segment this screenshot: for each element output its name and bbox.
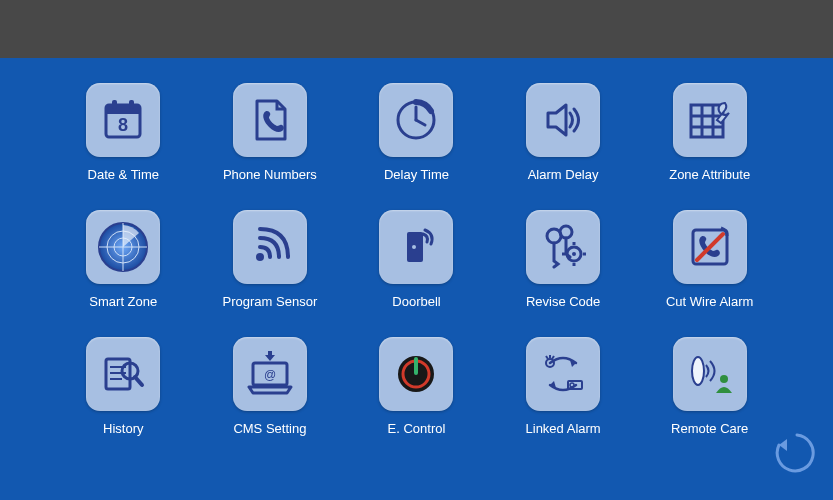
svg-marker-50	[779, 439, 787, 451]
svg-rect-1	[106, 105, 140, 114]
svg-text:@: @	[264, 368, 276, 382]
tile-label: E. Control	[388, 421, 446, 436]
menu-grid: 8 Date & Time Phone Numbers Delay Time	[0, 58, 833, 436]
svg-point-47	[570, 383, 574, 387]
svg-point-22	[572, 252, 576, 256]
tile-label: Smart Zone	[89, 294, 157, 309]
clock-icon	[379, 83, 453, 157]
tile-label: History	[103, 421, 143, 436]
power-icon	[379, 337, 453, 411]
tile-cms-setting[interactable]: @ CMS Setting	[217, 337, 324, 436]
tile-revise-code[interactable]: Revise Code	[510, 210, 617, 309]
tile-label: Date & Time	[88, 167, 160, 182]
svg-point-18	[412, 245, 416, 249]
svg-point-48	[692, 357, 704, 385]
tile-label: Zone Attribute	[669, 167, 750, 182]
tile-label: CMS Setting	[233, 421, 306, 436]
tile-date-time[interactable]: 8 Date & Time	[70, 83, 177, 182]
tile-label: Revise Code	[526, 294, 600, 309]
tile-smart-zone[interactable]: Smart Zone	[70, 210, 177, 309]
tile-label: Delay Time	[384, 167, 449, 182]
svg-line-34	[135, 377, 142, 385]
tile-e-control[interactable]: E. Control	[363, 337, 470, 436]
tile-label: Alarm Delay	[528, 167, 599, 182]
svg-rect-3	[129, 100, 134, 109]
tile-cut-wire-alarm[interactable]: Cut Wire Alarm	[656, 210, 763, 309]
speaker-icon	[526, 83, 600, 157]
cut-phone-icon	[673, 210, 747, 284]
tile-doorbell[interactable]: Doorbell	[363, 210, 470, 309]
signal-icon	[233, 210, 307, 284]
svg-point-16	[256, 253, 264, 261]
title-bar	[0, 0, 833, 58]
svg-line-43	[546, 356, 548, 359]
grid-wrench-icon	[673, 83, 747, 157]
tile-label: Phone Numbers	[223, 167, 317, 182]
svg-point-20	[560, 226, 572, 238]
svg-rect-2	[112, 100, 117, 109]
tile-delay-time[interactable]: Delay Time	[363, 83, 470, 182]
calendar-icon: 8	[86, 83, 160, 157]
back-button[interactable]	[767, 427, 815, 475]
tile-label: Program Sensor	[223, 294, 318, 309]
tile-history[interactable]: History	[70, 337, 177, 436]
tile-linked-alarm[interactable]: Linked Alarm	[510, 337, 617, 436]
tile-zone-attribute[interactable]: Zone Attribute	[656, 83, 763, 182]
radar-icon	[86, 210, 160, 284]
svg-text:8: 8	[118, 115, 128, 135]
tile-label: Cut Wire Alarm	[666, 294, 753, 309]
svg-point-49	[720, 375, 728, 383]
tile-label: Remote Care	[671, 421, 748, 436]
tile-remote-care[interactable]: Remote Care	[656, 337, 763, 436]
remote-care-icon	[673, 337, 747, 411]
keys-gear-icon	[526, 210, 600, 284]
tile-phone-numbers[interactable]: Phone Numbers	[217, 83, 324, 182]
linked-icon	[526, 337, 600, 411]
tile-program-sensor[interactable]: Program Sensor	[217, 210, 324, 309]
doorbell-icon	[379, 210, 453, 284]
svg-line-44	[552, 356, 554, 359]
laptop-upload-icon: @	[233, 337, 307, 411]
phone-doc-icon	[233, 83, 307, 157]
tile-label: Doorbell	[392, 294, 440, 309]
tile-alarm-delay[interactable]: Alarm Delay	[510, 83, 617, 182]
tile-label: Linked Alarm	[526, 421, 601, 436]
back-arrow-icon	[767, 427, 815, 475]
search-doc-icon	[86, 337, 160, 411]
